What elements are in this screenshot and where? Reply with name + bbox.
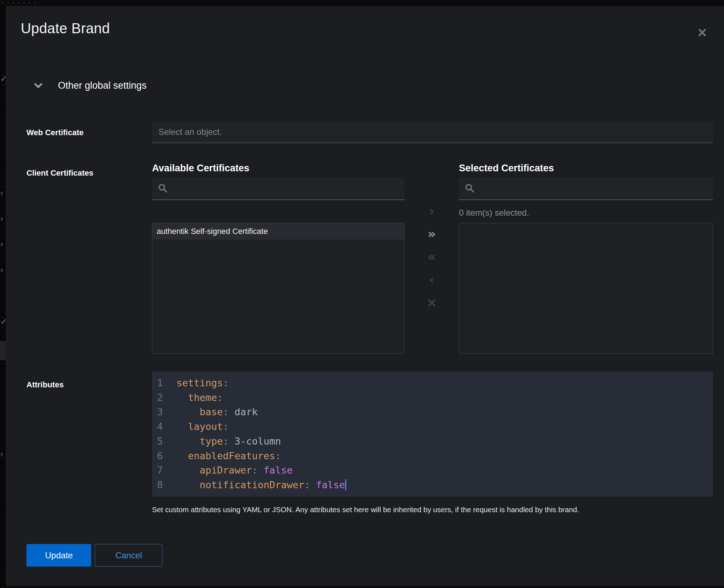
code-line: 6 enabledFeatures:	[152, 449, 713, 464]
move-all-right-icon[interactable]: »	[427, 228, 436, 240]
line-number: 7	[157, 463, 168, 478]
update-brand-modal: Update Brand × Other global settings Web…	[6, 6, 724, 586]
line-number: 8	[157, 478, 168, 493]
cancel-button[interactable]: Cancel	[95, 544, 162, 567]
selected-certificates-column: Selected Certificates 0 item(s) selected…	[459, 163, 713, 354]
available-search-input[interactable]	[173, 184, 399, 194]
line-number: 5	[157, 434, 168, 449]
selected-certificates-list	[459, 223, 713, 354]
close-icon[interactable]: ×	[698, 27, 707, 38]
move-selected-right-icon[interactable]: ›	[429, 205, 435, 217]
attributes-help-text: Set custom attributes using YAML or JSON…	[152, 505, 713, 514]
attributes-field: 1settings:2 theme:3 base: dark4 layout:5…	[152, 372, 713, 514]
line-number: 4	[157, 420, 168, 434]
check-icon: ✓	[0, 75, 6, 83]
chevron-right-icon: ›	[0, 215, 6, 223]
attributes-row: Attributes 1settings:2 theme:3 base: dar…	[21, 372, 713, 514]
chevron-right-icon: ›	[0, 450, 6, 458]
clear-selection-icon[interactable]: ×	[426, 297, 437, 309]
available-certificates-heading: Available Certificates	[152, 163, 405, 178]
brand-form: Web Certificate Select an object. Client…	[21, 121, 713, 514]
web-certificate-select[interactable]: Select an object.	[152, 121, 713, 143]
section-toggle-label: Other global settings	[58, 80, 147, 91]
code-line: 1settings:	[152, 376, 713, 391]
sidebar-active-item-edge	[0, 341, 6, 360]
line-number: 3	[157, 405, 168, 420]
list-item-certificate[interactable]: authentik Self-signed Certificate	[152, 223, 404, 240]
line-number: 6	[157, 449, 168, 464]
attributes-label: Attributes	[21, 372, 152, 514]
chevron-down-icon	[32, 79, 44, 92]
check-icon: ✓	[0, 318, 6, 326]
code-line: 5 type: 3-column	[152, 434, 713, 449]
available-certificates-column: Available Certificates authentik Self-si…	[152, 163, 405, 354]
certificates-dual-list: Available Certificates authentik Self-si…	[152, 163, 713, 354]
selected-certificates-heading: Selected Certificates	[459, 163, 713, 178]
section-toggle-other-global-settings[interactable]: Other global settings	[32, 79, 713, 92]
selected-search	[459, 178, 713, 200]
transfer-controls: ›»«‹×	[405, 163, 459, 354]
update-button[interactable]: Update	[26, 544, 91, 567]
code-line: 8 notificationDrawer: false	[152, 478, 713, 493]
move-all-left-icon[interactable]: «	[427, 251, 436, 263]
search-icon	[465, 183, 475, 195]
line-number: 2	[157, 391, 168, 405]
client-certificates-row: Client Certificates Available Certificat…	[21, 163, 713, 354]
web-certificate-row: Web Certificate Select an object.	[21, 121, 713, 143]
code-line: 7 apiDrawer: false	[152, 463, 713, 478]
web-certificate-label: Web Certificate	[21, 121, 152, 143]
modal-title: Update Brand	[21, 20, 713, 36]
attributes-code-editor[interactable]: 1settings:2 theme:3 base: dark4 layout:5…	[152, 372, 713, 497]
text-cursor	[345, 479, 346, 490]
chevron-right-icon: ›	[0, 240, 6, 248]
available-certificates-list: authentik Self-signed Certificate	[152, 223, 405, 354]
code-line: 3 base: dark	[152, 405, 713, 420]
search-icon	[158, 183, 168, 195]
client-certificates-label: Client Certificates	[21, 163, 152, 354]
web-certificate-placeholder: Select an object.	[158, 127, 222, 137]
modal-actions: Update Cancel	[26, 544, 713, 567]
code-line: 4 layout:	[152, 420, 713, 434]
chevron-right-icon: ›	[0, 266, 6, 274]
move-selected-left-icon[interactable]: ‹	[429, 274, 435, 286]
chevron-right-icon: ›	[0, 189, 6, 197]
selected-status: 0 item(s) selected.	[459, 200, 713, 223]
code-line: 2 theme:	[152, 391, 713, 405]
available-status	[152, 200, 405, 223]
line-number: 1	[157, 376, 168, 391]
selected-search-input[interactable]	[480, 184, 707, 194]
available-search	[152, 178, 405, 200]
sidebar-edge: ✓ › › › › ✓ ›	[0, 6, 6, 588]
